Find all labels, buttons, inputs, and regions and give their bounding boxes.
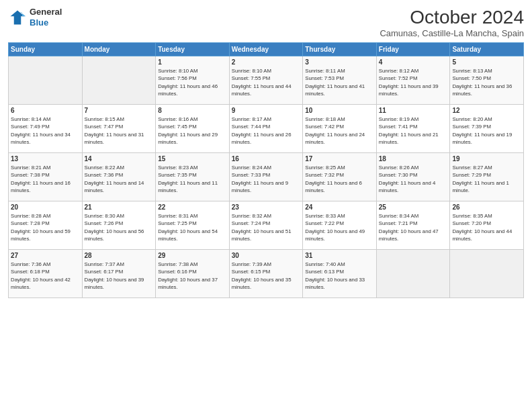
day-number: 20 bbox=[11, 203, 80, 211]
calendar-cell: 2Sunrise: 8:10 AMSunset: 7:55 PMDaylight… bbox=[229, 56, 303, 105]
calendar-cell: 29Sunrise: 7:38 AMSunset: 6:16 PMDayligh… bbox=[156, 250, 230, 298]
calendar-header-row: SundayMondayTuesdayWednesdayThursdayFrid… bbox=[9, 43, 524, 56]
calendar-cell: 10Sunrise: 8:18 AMSunset: 7:42 PMDayligh… bbox=[303, 105, 377, 153]
calendar-cell bbox=[9, 56, 83, 105]
location: Camunas, Castille-La Mancha, Spain bbox=[380, 28, 524, 38]
day-number: 2 bbox=[232, 58, 301, 66]
day-info: Sunrise: 8:34 AMSunset: 7:21 PMDaylight:… bbox=[379, 212, 448, 242]
calendar-cell bbox=[450, 250, 524, 298]
svg-marker-0 bbox=[11, 10, 25, 24]
day-info: Sunrise: 8:10 AMSunset: 7:56 PMDaylight:… bbox=[158, 67, 227, 97]
calendar-cell: 9Sunrise: 8:17 AMSunset: 7:44 PMDaylight… bbox=[229, 105, 303, 153]
calendar-table: SundayMondayTuesdayWednesdayThursdayFrid… bbox=[8, 42, 524, 298]
day-info: Sunrise: 7:37 AMSunset: 6:17 PMDaylight:… bbox=[85, 261, 154, 291]
calendar-cell: 23Sunrise: 8:32 AMSunset: 7:24 PMDayligh… bbox=[229, 201, 303, 250]
day-info: Sunrise: 8:35 AMSunset: 7:20 PMDaylight:… bbox=[452, 212, 521, 242]
calendar-cell: 12Sunrise: 8:20 AMSunset: 7:39 PMDayligh… bbox=[450, 105, 524, 153]
calendar-cell bbox=[82, 56, 156, 105]
logo: General Blue bbox=[8, 7, 62, 28]
day-number: 17 bbox=[305, 155, 374, 163]
page-container: General Blue October 2024 Camunas, Casti… bbox=[0, 0, 532, 411]
day-number: 31 bbox=[305, 252, 374, 259]
calendar-cell: 31Sunrise: 7:40 AMSunset: 6:13 PMDayligh… bbox=[303, 250, 377, 298]
calendar-header-tuesday: Tuesday bbox=[156, 43, 230, 56]
day-info: Sunrise: 8:16 AMSunset: 7:45 PMDaylight:… bbox=[158, 116, 227, 146]
day-number: 6 bbox=[11, 107, 80, 114]
day-info: Sunrise: 8:33 AMSunset: 7:22 PMDaylight:… bbox=[305, 212, 374, 242]
day-info: Sunrise: 8:21 AMSunset: 7:38 PMDaylight:… bbox=[11, 164, 80, 194]
day-info: Sunrise: 8:12 AMSunset: 7:52 PMDaylight:… bbox=[379, 67, 448, 97]
day-info: Sunrise: 8:14 AMSunset: 7:49 PMDaylight:… bbox=[11, 116, 80, 146]
calendar-cell: 16Sunrise: 8:24 AMSunset: 7:33 PMDayligh… bbox=[229, 153, 303, 201]
calendar-cell: 14Sunrise: 8:22 AMSunset: 7:36 PMDayligh… bbox=[82, 153, 156, 201]
day-number: 26 bbox=[452, 203, 521, 211]
calendar-cell: 17Sunrise: 8:25 AMSunset: 7:32 PMDayligh… bbox=[303, 153, 377, 201]
day-info: Sunrise: 8:28 AMSunset: 7:28 PMDaylight:… bbox=[11, 212, 80, 242]
calendar-cell: 6Sunrise: 8:14 AMSunset: 7:49 PMDaylight… bbox=[9, 105, 83, 153]
day-info: Sunrise: 8:19 AMSunset: 7:41 PMDaylight:… bbox=[379, 116, 448, 146]
day-number: 27 bbox=[11, 252, 80, 259]
day-info: Sunrise: 8:23 AMSunset: 7:35 PMDaylight:… bbox=[158, 164, 227, 194]
calendar-cell: 11Sunrise: 8:19 AMSunset: 7:41 PMDayligh… bbox=[376, 105, 450, 153]
calendar-cell: 13Sunrise: 8:21 AMSunset: 7:38 PMDayligh… bbox=[9, 153, 83, 201]
calendar-cell: 15Sunrise: 8:23 AMSunset: 7:35 PMDayligh… bbox=[156, 153, 230, 201]
calendar-header-saturday: Saturday bbox=[450, 43, 524, 56]
calendar-cell: 25Sunrise: 8:34 AMSunset: 7:21 PMDayligh… bbox=[376, 201, 450, 250]
calendar-cell: 1Sunrise: 8:10 AMSunset: 7:56 PMDaylight… bbox=[156, 56, 230, 105]
day-number: 4 bbox=[379, 58, 448, 66]
day-info: Sunrise: 8:22 AMSunset: 7:36 PMDaylight:… bbox=[85, 164, 154, 194]
day-info: Sunrise: 8:27 AMSunset: 7:29 PMDaylight:… bbox=[452, 164, 521, 194]
logo-icon bbox=[8, 8, 27, 27]
day-number: 11 bbox=[379, 107, 448, 114]
calendar-cell: 3Sunrise: 8:11 AMSunset: 7:53 PMDaylight… bbox=[303, 56, 377, 105]
calendar-header-wednesday: Wednesday bbox=[229, 43, 303, 56]
day-info: Sunrise: 8:31 AMSunset: 7:25 PMDaylight:… bbox=[158, 212, 227, 242]
calendar-cell: 24Sunrise: 8:33 AMSunset: 7:22 PMDayligh… bbox=[303, 201, 377, 250]
day-number: 10 bbox=[305, 107, 374, 114]
day-info: Sunrise: 8:17 AMSunset: 7:44 PMDaylight:… bbox=[232, 116, 301, 146]
calendar-cell: 5Sunrise: 8:13 AMSunset: 7:50 PMDaylight… bbox=[450, 56, 524, 105]
day-info: Sunrise: 8:30 AMSunset: 7:26 PMDaylight:… bbox=[85, 212, 154, 242]
day-number: 23 bbox=[232, 203, 301, 211]
calendar-cell: 28Sunrise: 7:37 AMSunset: 6:17 PMDayligh… bbox=[82, 250, 156, 298]
calendar-header-sunday: Sunday bbox=[9, 43, 83, 56]
day-number: 3 bbox=[305, 58, 374, 66]
day-number: 19 bbox=[452, 155, 521, 163]
day-number: 21 bbox=[85, 203, 154, 211]
day-info: Sunrise: 8:13 AMSunset: 7:50 PMDaylight:… bbox=[452, 67, 521, 97]
calendar-cell: 22Sunrise: 8:31 AMSunset: 7:25 PMDayligh… bbox=[156, 201, 230, 250]
day-number: 29 bbox=[158, 252, 227, 259]
month-title: October 2024 bbox=[380, 7, 524, 28]
logo-blue-text: Blue bbox=[30, 17, 62, 28]
calendar-week-row: 6Sunrise: 8:14 AMSunset: 7:49 PMDaylight… bbox=[9, 105, 524, 153]
day-number: 16 bbox=[232, 155, 301, 163]
day-number: 8 bbox=[158, 107, 227, 114]
day-info: Sunrise: 7:36 AMSunset: 6:18 PMDaylight:… bbox=[11, 261, 80, 291]
day-info: Sunrise: 8:25 AMSunset: 7:32 PMDaylight:… bbox=[305, 164, 374, 194]
calendar-week-row: 27Sunrise: 7:36 AMSunset: 6:18 PMDayligh… bbox=[9, 250, 524, 298]
day-info: Sunrise: 8:20 AMSunset: 7:39 PMDaylight:… bbox=[452, 116, 521, 146]
day-number: 25 bbox=[379, 203, 448, 211]
day-info: Sunrise: 8:10 AMSunset: 7:55 PMDaylight:… bbox=[232, 67, 301, 97]
day-number: 22 bbox=[158, 203, 227, 211]
day-number: 30 bbox=[232, 252, 301, 259]
calendar-week-row: 1Sunrise: 8:10 AMSunset: 7:56 PMDaylight… bbox=[9, 56, 524, 105]
day-number: 7 bbox=[85, 107, 154, 114]
day-info: Sunrise: 8:32 AMSunset: 7:24 PMDaylight:… bbox=[232, 212, 301, 242]
calendar-cell: 26Sunrise: 8:35 AMSunset: 7:20 PMDayligh… bbox=[450, 201, 524, 250]
logo-text: General Blue bbox=[30, 7, 62, 28]
calendar-cell bbox=[376, 250, 450, 298]
calendar-header-thursday: Thursday bbox=[303, 43, 377, 56]
calendar-cell: 4Sunrise: 8:12 AMSunset: 7:52 PMDaylight… bbox=[376, 56, 450, 105]
title-block: October 2024 Camunas, Castille-La Mancha… bbox=[380, 7, 524, 38]
calendar-cell: 27Sunrise: 7:36 AMSunset: 6:18 PMDayligh… bbox=[9, 250, 83, 298]
header: General Blue October 2024 Camunas, Casti… bbox=[8, 7, 524, 38]
day-info: Sunrise: 7:38 AMSunset: 6:16 PMDaylight:… bbox=[158, 261, 227, 291]
day-info: Sunrise: 8:18 AMSunset: 7:42 PMDaylight:… bbox=[305, 116, 374, 146]
day-info: Sunrise: 7:39 AMSunset: 6:15 PMDaylight:… bbox=[232, 261, 301, 291]
calendar-week-row: 20Sunrise: 8:28 AMSunset: 7:28 PMDayligh… bbox=[9, 201, 524, 250]
calendar-cell: 19Sunrise: 8:27 AMSunset: 7:29 PMDayligh… bbox=[450, 153, 524, 201]
calendar-header-friday: Friday bbox=[376, 43, 450, 56]
day-info: Sunrise: 7:40 AMSunset: 6:13 PMDaylight:… bbox=[305, 261, 374, 291]
calendar-cell: 7Sunrise: 8:15 AMSunset: 7:47 PMDaylight… bbox=[82, 105, 156, 153]
